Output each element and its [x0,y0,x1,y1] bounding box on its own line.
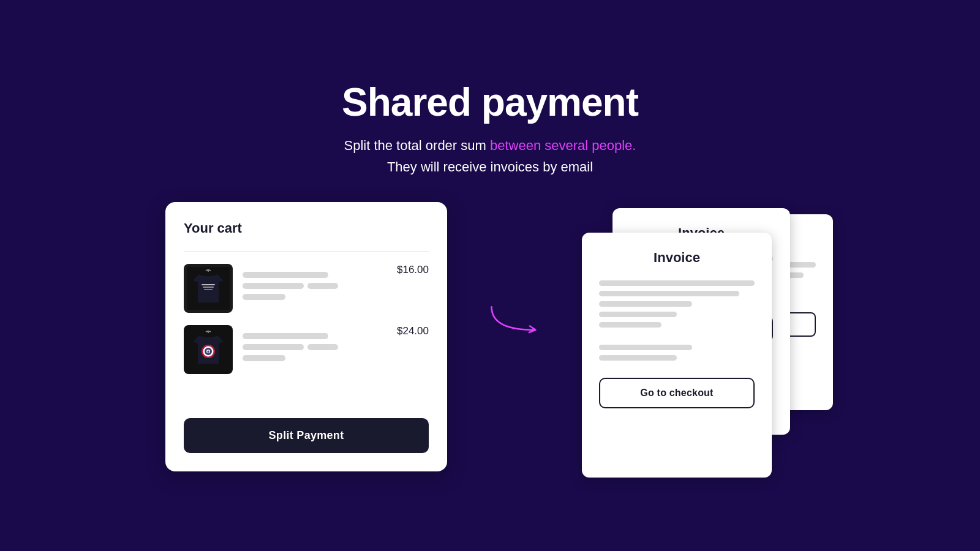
flow-arrow-icon [484,282,545,355]
sk-f2 [599,291,739,296]
page-subtitle: Split the total order sum between severa… [342,135,638,178]
subtitle-end: They will receive invoices by email [387,159,593,174]
split-payment-button[interactable]: Split Payment [184,418,429,453]
svg-rect-2 [203,287,214,288]
item-2-image [184,325,233,374]
item-2-price: $24.00 [397,325,429,337]
cart-item-2: $24.00 [184,325,429,374]
cart-spacer [184,386,429,403]
skeleton-1-size [243,294,285,300]
sk-f5 [599,322,662,328]
subtitle-start: Split the total order sum [344,138,490,153]
item-2-details [243,333,387,366]
item-1-price: $16.00 [397,264,429,276]
sk-f4 [599,312,677,317]
arrow-container [484,282,545,392]
invoices-container: Invoice Go to checkout Invoice Go to che… [582,202,815,471]
sk-spacer [599,332,755,345]
skeleton-2-size [243,355,285,361]
skeleton-1-sub [243,283,304,289]
skeleton-1-tag [307,283,338,289]
invoice-card-front: Invoice Go to checkout [582,233,772,478]
cart-item-1: $16.00 [184,264,429,313]
sk-f6 [599,345,692,350]
skeleton-2-tag [307,344,338,350]
invoice-front-skeletons [599,280,755,361]
svg-rect-3 [204,289,213,290]
page-title: Shared payment [342,80,638,125]
main-content: Your cart [0,202,980,471]
sk-f7 [599,355,677,361]
item-1-image [184,264,233,313]
svg-rect-1 [202,284,215,285]
invoice-front-title: Invoice [599,250,755,266]
checkout-button-front[interactable]: Go to checkout [599,378,755,408]
subtitle-highlight: between several people. [490,138,636,153]
page-header: Shared payment Split the total order sum… [342,80,638,178]
sk-f1 [599,280,755,286]
sk-f3 [599,301,692,307]
skeleton-2-title [243,333,328,339]
cart-card: Your cart [165,202,447,471]
skeleton-2-sub [243,344,304,350]
skeleton-1-title [243,272,328,278]
cart-title: Your cart [184,220,429,236]
item-1-details [243,272,387,305]
cart-divider [184,251,429,252]
